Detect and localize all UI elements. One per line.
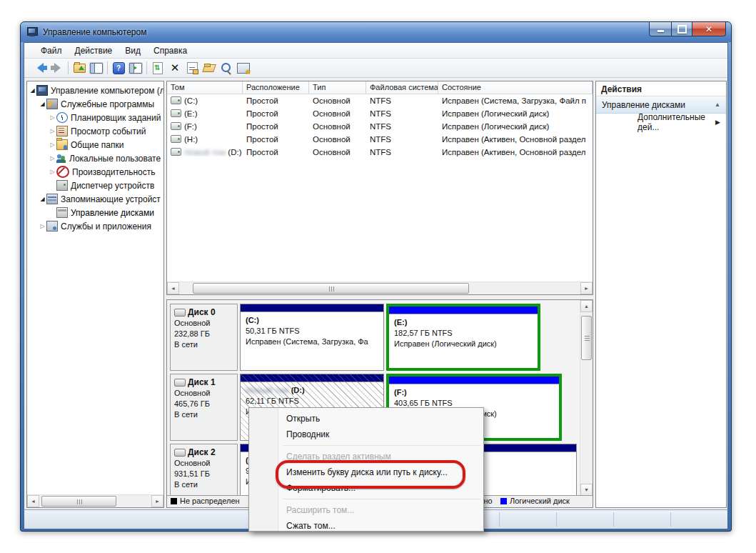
logical-partition-bar xyxy=(389,377,559,384)
tree-item-disk-management[interactable]: Управление дисками xyxy=(27,206,163,219)
logical-partition-bar xyxy=(389,307,538,314)
menu-file[interactable]: Файл xyxy=(34,44,69,58)
tree-expanded-icon[interactable]: ◢ xyxy=(39,101,46,107)
blurred-volume-name: Новый том xyxy=(184,148,226,156)
delete-button[interactable]: ✕ xyxy=(166,60,183,76)
action-pane-icon xyxy=(129,63,142,74)
tree-expanded-icon[interactable]: ◢ xyxy=(29,87,36,94)
tree-item-computer-management[interactable]: ◢ Управление компьютером (л xyxy=(27,84,163,97)
minimize-button[interactable] xyxy=(649,22,672,36)
tree-item-system-tools[interactable]: ◢ Служебные программы xyxy=(27,97,163,111)
volume-row-d[interactable]: Новый том (D:) Простой Основной NTFS Исп… xyxy=(167,146,593,159)
collapse-up-icon[interactable]: ▲ xyxy=(715,101,720,108)
toolbar-separator xyxy=(107,61,108,74)
export-list-button[interactable] xyxy=(71,60,88,76)
help-button[interactable]: ? xyxy=(110,60,127,76)
maximize-icon xyxy=(677,25,687,34)
context-menu-explorer[interactable]: Проводник xyxy=(249,427,483,442)
tree-item-performance[interactable]: ▷ Производительность xyxy=(27,165,163,179)
maximize-button[interactable] xyxy=(672,22,692,36)
actions-more-actions[interactable]: Дополнительные дей... ▶ xyxy=(596,114,726,131)
partition-c[interactable]: (C:) 50,31 ГБ NTFS Исправен (Система, За… xyxy=(240,304,384,371)
open-folder-icon xyxy=(203,64,216,72)
context-menu-shrink-volume[interactable]: Сжать том... xyxy=(249,518,483,532)
volume-icon xyxy=(171,122,181,130)
volume-icon xyxy=(171,96,181,104)
disk-icon xyxy=(174,309,186,317)
volume-row-c[interactable]: (C:) Простой Основной NTFS Исправен (Сис… xyxy=(167,94,593,107)
tree-item-shared-folders[interactable]: ▷ Общие папки xyxy=(27,138,163,151)
tree-collapsed-icon[interactable]: ▷ xyxy=(49,169,56,175)
tree-collapsed-icon[interactable]: ▷ xyxy=(49,141,56,148)
menu-separator xyxy=(283,445,480,446)
forward-button[interactable] xyxy=(49,60,66,76)
tree-item-services-apps[interactable]: ▷ Службы и приложения xyxy=(27,219,163,233)
tree-item-storage[interactable]: ◢ Запоминающие устройст xyxy=(27,192,163,206)
scrollbar-thumb[interactable] xyxy=(581,316,592,360)
context-menu-open[interactable]: Открыть xyxy=(249,411,483,427)
actions-group-disk-management[interactable]: Управление дисками ▲ xyxy=(596,96,726,114)
menu-view[interactable]: Вид xyxy=(119,44,147,58)
tree-collapsed-icon[interactable]: ▷ xyxy=(39,223,46,229)
volume-row-h[interactable]: (H:) Простой Основной NTFS Исправен (Акт… xyxy=(167,133,593,146)
help-icon: ? xyxy=(113,62,125,74)
column-header-status[interactable]: Состояние xyxy=(438,81,593,94)
submenu-arrow-icon: ▶ xyxy=(715,119,720,126)
graph-vertical-scrollbar[interactable]: ▲ ▼ xyxy=(580,300,593,496)
scroll-up-arrow-icon[interactable]: ▲ xyxy=(580,300,593,312)
delete-icon: ✕ xyxy=(171,61,180,74)
computer-icon xyxy=(36,85,48,96)
legend-logical: Логический диск xyxy=(500,497,570,505)
scroll-left-arrow-icon[interactable]: ◄ xyxy=(167,282,179,294)
open-button[interactable] xyxy=(201,60,218,76)
volume-row-f[interactable]: (F:) Простой Основной NTFS Исправен (Лог… xyxy=(167,120,593,133)
tree-horizontal-scrollbar[interactable]: ◄ ► xyxy=(27,494,163,507)
tree-collapsed-icon[interactable]: ▷ xyxy=(49,128,56,134)
disk-1-info[interactable]: Диск 1 Основной 465,76 ГБ В сети xyxy=(170,374,238,441)
tree-item-device-manager[interactable]: Диспетчер устройств xyxy=(27,179,163,192)
menu-separator xyxy=(283,499,480,499)
primary-partition-bar xyxy=(241,374,383,382)
back-button[interactable] xyxy=(31,60,49,76)
tree-item-event-viewer[interactable]: ▷ Просмотр событий xyxy=(27,124,163,138)
context-menu-extend-volume: Расширить том... xyxy=(249,502,483,518)
forward-icon xyxy=(54,63,61,73)
refresh-button[interactable]: ⇅ xyxy=(149,60,166,76)
show-console-tree-button[interactable] xyxy=(88,60,105,76)
local-users-icon xyxy=(56,154,66,163)
tree-expanded-icon[interactable]: ◢ xyxy=(39,196,46,202)
column-header-volume[interactable]: Том xyxy=(167,81,243,94)
customize-button[interactable]: ★ xyxy=(235,60,252,76)
tree-collapsed-icon[interactable]: ▷ xyxy=(49,155,56,161)
tree-item-local-users[interactable]: ▷ Локальные пользовате xyxy=(27,151,163,165)
volume-icon xyxy=(171,135,181,143)
event-viewer-icon xyxy=(56,126,68,136)
scroll-right-arrow-icon[interactable]: ► xyxy=(580,282,593,294)
volumes-horizontal-scrollbar[interactable]: ◄ ► xyxy=(167,282,593,294)
tree-collapsed-icon[interactable]: ▷ xyxy=(49,114,56,121)
menu-help[interactable]: Справка xyxy=(147,44,193,58)
scroll-right-arrow-icon[interactable]: ► xyxy=(151,495,163,507)
disk-0-info[interactable]: Диск 0 Основной 232,88 ГБ В сети xyxy=(170,304,238,371)
volumes-list-header: Том Расположение Тип Файловая система Со… xyxy=(167,81,593,94)
find-button[interactable] xyxy=(218,60,235,76)
properties-button[interactable] xyxy=(183,60,201,76)
show-action-pane-button[interactable] xyxy=(127,60,144,76)
column-header-type[interactable]: Тип xyxy=(309,81,366,94)
column-header-layout[interactable]: Расположение xyxy=(243,81,309,94)
system-tools-icon xyxy=(46,99,58,109)
title-bar[interactable]: Управление компьютером ✕ xyxy=(21,22,731,42)
volume-row-e[interactable]: (E:) Простой Основной NTFS Исправен (Лог… xyxy=(167,107,593,120)
column-header-filesystem[interactable]: Файловая система xyxy=(366,81,438,94)
close-button[interactable]: ✕ xyxy=(692,22,726,36)
volume-icon xyxy=(171,148,181,156)
scroll-left-arrow-icon[interactable]: ◄ xyxy=(27,495,39,507)
toolbar: ? ⇅ ✕ ★ xyxy=(24,59,727,78)
task-scheduler-icon xyxy=(56,112,68,123)
partition-e[interactable]: (E:) 182,57 ГБ NTFS Исправен (Логический… xyxy=(386,304,540,371)
scroll-down-arrow-icon[interactable]: ▼ xyxy=(580,484,593,496)
tree-item-task-scheduler[interactable]: ▷ Планировщик заданий xyxy=(27,111,163,124)
scrollbar-thumb[interactable] xyxy=(193,283,469,294)
scrollbar-thumb[interactable] xyxy=(41,496,116,507)
menu-action[interactable]: Действие xyxy=(69,44,119,58)
